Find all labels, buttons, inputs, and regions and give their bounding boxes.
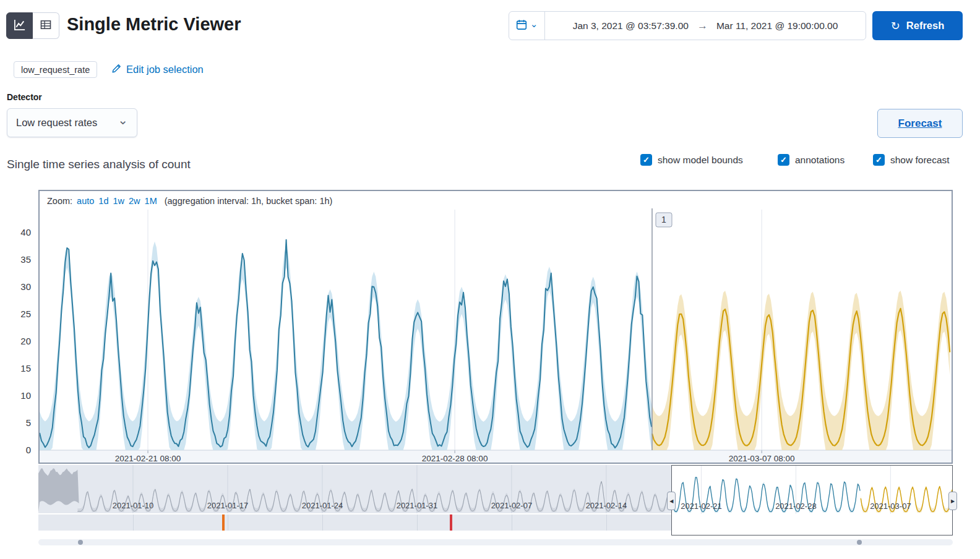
pencil-icon [111, 64, 121, 76]
view-toggle-group [6, 12, 59, 39]
detector-select-value: Low request rates [16, 117, 97, 129]
y-axis-label: 0 [2, 445, 31, 456]
detector-select[interactable]: Low request rates ⌄ [7, 108, 137, 137]
selection-chart-svg: 2021-02-212021-02-282021-03-07 [672, 466, 953, 536]
actual-series-band [40, 242, 651, 451]
selection-date-label: 2021-03-07 [870, 501, 912, 511]
context-date-label: 2021-01-17 [207, 501, 249, 510]
scrollbar-handle[interactable] [857, 540, 862, 545]
y-axis-label: 35 [2, 254, 31, 265]
checkbox-checked-icon: ✓ [640, 154, 652, 166]
main-chart-area[interactable]: Zoom:auto1d1w2w1M(aggregation interval: … [38, 190, 953, 464]
swimlane-grid-line [228, 514, 228, 531]
context-gray-series-line [77, 482, 671, 512]
checkbox-annotations[interactable]: ✓ annotations [778, 154, 845, 166]
y-axis-label: 30 [2, 281, 31, 292]
checkbox-label: annotations [795, 155, 845, 166]
aggregation-note: (aggregation interval: 1h, bucket span: … [165, 196, 333, 206]
table-icon [40, 19, 52, 33]
analysis-heading: Single time series analysis of count [7, 158, 191, 171]
single-metric-viewer-page: Single Metric Viewer ⌄ Jan 3, 2021 @ 03:… [0, 0, 980, 559]
swimlane-grid-line [606, 514, 607, 531]
checkbox-show-forecast[interactable]: ✓ show forecast [873, 154, 950, 166]
context-date-label: 2021-01-31 [397, 501, 438, 510]
chevron-down-icon: ⌄ [530, 19, 538, 30]
context-date-label: 2021-02-14 [586, 501, 627, 510]
y-axis: 4035302520151050 [0, 190, 33, 464]
checkbox-checked-icon: ✓ [873, 154, 885, 166]
left-handle-icon: ◀ [669, 498, 673, 504]
checkbox-checked-icon: ✓ [778, 154, 789, 166]
table-view-button[interactable] [33, 12, 59, 39]
line-chart-icon [14, 19, 26, 33]
swimlane-grid-line [322, 514, 323, 531]
refresh-label: Refresh [906, 20, 944, 32]
zoom-link-1w[interactable]: 1w [113, 196, 124, 206]
y-axis-label: 5 [2, 417, 31, 429]
chevron-down-icon: ⌄ [118, 113, 128, 127]
context-gray-series-band [77, 481, 671, 512]
swimlane-grid-line [512, 514, 512, 531]
checkbox-show-model-bounds[interactable]: ✓ show model bounds [640, 154, 743, 166]
end-date-button[interactable]: Mar 11, 2021 @ 19:00:00.00 [716, 20, 838, 32]
swimlane-grid-line [417, 514, 418, 531]
y-axis-label: 10 [2, 390, 31, 401]
calendar-icon [516, 19, 527, 32]
detector-label: Detector [7, 92, 42, 102]
edit-job-selection-label: Edit job selection [126, 64, 204, 75]
quick-select-date-button[interactable]: ⌄ [509, 12, 545, 40]
checkbox-label: show model bounds [658, 155, 743, 166]
context-date-label: 2021-01-24 [302, 501, 343, 510]
selection-date-label: 2021-02-21 [681, 501, 723, 511]
context-early-data-blob [38, 468, 79, 512]
context-selection-brush[interactable]: 2021-02-212021-02-282021-03-07 ◀ ▶ [671, 465, 953, 536]
y-axis-label: 20 [2, 336, 31, 347]
refresh-button[interactable]: ↻ Refresh [872, 11, 963, 40]
forecast-button[interactable]: Forecast [877, 109, 963, 138]
y-axis-label: 40 [2, 227, 31, 238]
swimlane-annotation-mark[interactable] [450, 514, 452, 531]
zoom-link-1d[interactable]: 1d [98, 196, 108, 206]
start-date-button[interactable]: Jan 3, 2021 @ 03:57:39.00 [573, 20, 689, 32]
x-axis-label: 2021-02-21 08:00 [115, 454, 181, 463]
refresh-icon: ↻ [891, 19, 900, 33]
y-axis-label: 15 [2, 363, 31, 374]
date-range-picker: ⌄ Jan 3, 2021 @ 03:57:39.00 → Mar 11, 20… [509, 11, 866, 40]
chart-view-button[interactable] [6, 12, 33, 39]
context-date-label: 2021-01-10 [113, 501, 154, 510]
checkbox-label: show forecast [890, 155, 950, 166]
zoom-link-1M[interactable]: 1M [145, 196, 157, 206]
x-axis-label: 2021-02-28 08:00 [422, 454, 488, 463]
zoom-link-2w[interactable]: 2w [129, 196, 140, 206]
selection-right-handle[interactable]: ▶ [948, 492, 957, 510]
right-handle-icon: ▶ [951, 498, 955, 504]
edit-job-selection-link[interactable]: Edit job selection [111, 61, 204, 78]
job-badge: low_request_rate [14, 61, 97, 78]
scrollbar-handle[interactable] [78, 540, 83, 545]
swimlane-annotation-mark[interactable] [222, 514, 225, 531]
annotation-badge-label: 1 [661, 215, 666, 224]
swimlane-grid-line [133, 514, 134, 531]
selection-left-handle[interactable]: ◀ [667, 492, 676, 510]
date-range: Jan 3, 2021 @ 03:57:39.00 → Mar 11, 2021… [545, 12, 866, 40]
y-axis-label: 25 [2, 309, 31, 320]
timeline-scrollbar[interactable] [38, 539, 953, 545]
zoom-prefix: Zoom: [47, 196, 72, 206]
page-title: Single Metric Viewer [67, 14, 241, 35]
selection-date-label: 2021-02-28 [776, 501, 817, 511]
zoom-controls: Zoom:auto1d1w2w1M(aggregation interval: … [47, 196, 332, 206]
date-range-arrow-icon: → [697, 20, 708, 32]
x-axis-label: 2021-03-07 08:00 [729, 454, 795, 463]
main-chart-svg[interactable]: 2021-02-21 08:002021-02-28 08:002021-03-… [40, 191, 952, 463]
zoom-link-auto[interactable]: auto [77, 196, 94, 206]
context-date-label: 2021-02-07 [491, 501, 533, 510]
forecast-series-band [652, 291, 950, 450]
